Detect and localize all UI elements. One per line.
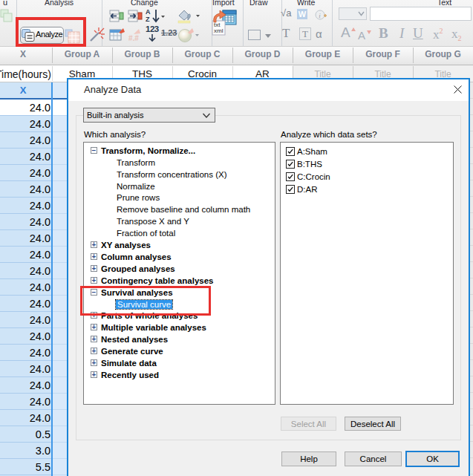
svg-text:xml: xml — [214, 27, 224, 34]
